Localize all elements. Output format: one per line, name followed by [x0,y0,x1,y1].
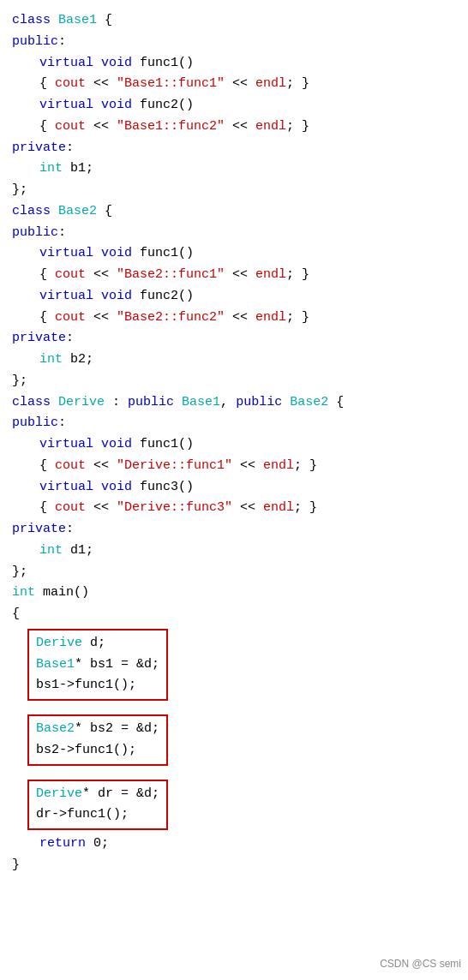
line-15: { cout << "Base2::func2" << endl; } [0,308,461,329]
line-close: } [0,855,461,876]
type-derive: Derive [58,392,105,414]
line-17: int b2; [0,350,461,371]
line-25: private: [0,519,461,541]
box3-container: Derive* dr = &d; dr->func1(); [0,780,461,831]
line-return: return 0; [0,834,461,855]
line-14: virtual void func2() [0,286,461,308]
line-7: private: [0,138,461,159]
box1-line3: bs1->func1(); [36,675,159,696]
box3: Derive* dr = &d; dr->func1(); [27,780,168,831]
line-13: { cout << "Base2::func1" << endl; } [0,265,461,286]
box1-line2: Base1* bs1 = &d; [36,654,159,676]
line-26: int d1; [0,541,461,562]
line-11: public: [0,223,461,244]
code-block: class Base1 { public: virtual void func1… [0,7,468,880]
box2-container: Base2* bs2 = &d; bs2->func1(); [0,714,461,766]
line-5: virtual void func2() [0,95,461,117]
line-27: }; [0,562,461,583]
line-30: { [0,604,461,625]
line-23: virtual void func3() [0,477,461,499]
box3-line2: dr->func1(); [36,804,159,826]
line-12: virtual void func1() [0,243,461,265]
box2-line1: Base2* bs2 = &d; [36,719,159,740]
line-21: virtual void func1() [0,434,461,456]
line-24: { cout << "Derive::func3" << endl; } [0,498,461,519]
kw-class: class [12,10,51,32]
box1: Derive d; Base1* bs1 = &d; bs1->func1(); [27,629,168,701]
line-18: }; [0,371,461,392]
line-19: class Derive : public Base1, public Base… [0,392,461,414]
line-6: { cout << "Base1::func2" << endl; } [0,117,461,138]
spacer1 [0,704,461,711]
line-4: { cout << "Base1::func1" << endl; } [0,74,461,95]
line-20: public: [0,413,461,434]
line-10: class Base2 { [0,201,461,223]
box3-line1: Derive* dr = &d; [36,784,159,805]
footer-text: CSDN @CS semi [380,956,461,973]
line-9: }; [0,180,461,201]
line-1: class Base1 { [0,10,461,32]
box1-line1: Derive d; [36,633,159,654]
line-16: private: [0,328,461,350]
spacer2 [0,769,461,776]
line-22: { cout << "Derive::func1" << endl; } [0,456,461,477]
line-2: public: [0,32,461,53]
box2: Base2* bs2 = &d; bs2->func1(); [27,714,168,766]
line-8: int b1; [0,158,461,180]
line-3: virtual void func1() [0,53,461,75]
box2-line2: bs2->func1(); [36,740,159,762]
box1-container: Derive d; Base1* bs1 = &d; bs1->func1(); [0,629,461,701]
type-base2: Base2 [58,201,97,223]
type-base1: Base1 [58,10,97,32]
line-29: int main() [0,583,461,604]
